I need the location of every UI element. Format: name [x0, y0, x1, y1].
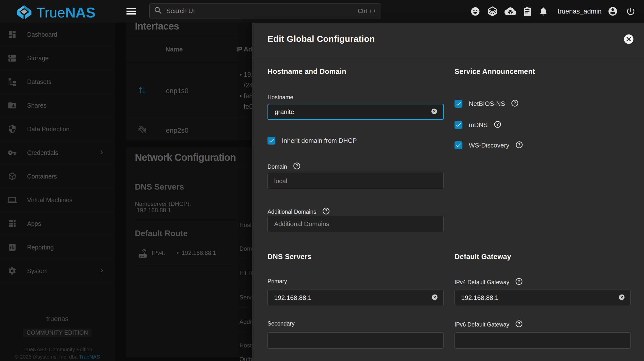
power-icon[interactable] [626, 7, 636, 16]
label-text: Primary [268, 278, 287, 285]
svg-text:?: ? [325, 209, 327, 213]
input-value: local [274, 177, 287, 185]
primary-dns-label: Primary [268, 278, 287, 285]
truecommand-icon[interactable] [486, 6, 498, 17]
secondary-dns-label: Secondary [268, 320, 294, 327]
close-icon[interactable] [623, 34, 634, 45]
label-text: Secondary [268, 320, 294, 327]
clear-icon[interactable] [618, 294, 625, 302]
service-announcement-heading: Service Announcement [454, 68, 535, 76]
truenas-logo[interactable]: TrueNAS [16, 4, 96, 21]
clear-icon[interactable] [432, 294, 438, 302]
svg-text:?: ? [518, 322, 520, 326]
domain-input[interactable]: local [268, 173, 444, 189]
help-icon[interactable]: ? [511, 100, 518, 108]
edit-global-configuration-dialog: Edit Global Configuration Hostname and D… [252, 23, 644, 361]
cloud-icon[interactable] [504, 7, 516, 16]
svg-text:?: ? [296, 164, 298, 168]
checkbox-label: WS-Discovery [469, 142, 510, 149]
netbios-checkbox-row: NetBIOS-NS ? [454, 100, 518, 108]
label-text: Domain [268, 164, 287, 170]
svg-text:?: ? [496, 122, 499, 126]
help-icon[interactable]: ? [322, 208, 330, 216]
truenas-wordmark: TrueNAS [36, 4, 96, 21]
checkbox-label: mDNS [469, 121, 488, 129]
input-placeholder: Additional Domains [274, 220, 329, 228]
ws-discovery-checkbox-row: WS-Discovery ? [454, 141, 523, 149]
jobs-clipboard-icon[interactable] [522, 6, 532, 17]
ipv4-gateway-input[interactable]: 192.168.88.1 [454, 290, 631, 306]
inherit-domain-checkbox-row: Inherit domain from DHCP [268, 137, 357, 145]
additional-domains-label: Additional Domains ? [268, 208, 330, 216]
netbios-checkbox[interactable] [454, 100, 462, 108]
account-avatar-icon[interactable] [608, 6, 618, 17]
svg-text:?: ? [518, 279, 520, 283]
truenas-logo-icon [16, 5, 32, 20]
label-text: IPv6 Default Gateway [454, 321, 509, 328]
brand-part-true: True [36, 5, 65, 21]
dialog-header: Edit Global Configuration [252, 23, 644, 59]
label-text: Additional Domains [268, 209, 316, 215]
help-icon[interactable]: ? [516, 141, 523, 149]
search-shortcut-hint: Ctrl + / [358, 8, 375, 15]
help-icon[interactable]: ? [516, 278, 522, 286]
hostname-label: Hostname [268, 94, 293, 101]
additional-domains-input[interactable]: Additional Domains [268, 216, 444, 232]
hostname-input[interactable]: granite [268, 104, 444, 120]
domain-label: Domain ? [268, 163, 300, 171]
topbar: TrueNAS Search UI Ctrl + / truenas_admin [0, 0, 644, 23]
primary-dns-input[interactable]: 192.168.88.1 [268, 290, 444, 306]
menu-icon[interactable] [126, 8, 136, 15]
username-label: truenas_admin [558, 8, 602, 15]
ipv4-gateway-label: IPv4 Default Gateway ? [454, 278, 522, 286]
mdns-checkbox-row: mDNS ? [454, 121, 501, 129]
help-icon[interactable]: ? [494, 121, 501, 129]
search-placeholder: Search UI [166, 7, 358, 15]
label-text: IPv4 Default Gateway [454, 279, 509, 286]
ipv6-gateway-label: IPv6 Default Gateway ? [454, 320, 522, 329]
svg-text:?: ? [518, 143, 520, 147]
input-value: 192.168.88.1 [274, 294, 312, 302]
feedback-smiley-icon[interactable] [470, 7, 480, 17]
brand-part-nas: NAS [65, 5, 95, 21]
ws-discovery-checkbox[interactable] [454, 141, 462, 149]
dialog-title: Edit Global Configuration [268, 34, 375, 44]
input-value: granite [275, 108, 294, 116]
secondary-dns-input[interactable] [268, 332, 444, 349]
label-text: Hostname [268, 94, 293, 101]
clear-icon[interactable] [431, 108, 438, 116]
search-icon [154, 6, 163, 16]
search-input[interactable]: Search UI Ctrl + / [149, 4, 381, 19]
mdns-checkbox[interactable] [454, 121, 462, 129]
ipv6-gateway-input[interactable] [454, 332, 631, 349]
notifications-bell-icon[interactable] [538, 6, 548, 17]
dns-servers-heading: DNS Servers [268, 253, 312, 261]
help-icon[interactable]: ? [516, 320, 522, 329]
input-value: 192.168.88.1 [461, 294, 498, 302]
help-icon[interactable]: ? [293, 163, 300, 171]
svg-text:?: ? [514, 101, 516, 105]
hostname-domain-heading: Hostname and Domain [268, 68, 346, 76]
checkbox-label: NetBIOS-NS [469, 100, 505, 108]
inherit-domain-checkbox[interactable] [268, 137, 275, 145]
default-gateway-heading: Default Gateway [454, 253, 511, 261]
checkbox-label: Inherit domain from DHCP [282, 137, 357, 145]
